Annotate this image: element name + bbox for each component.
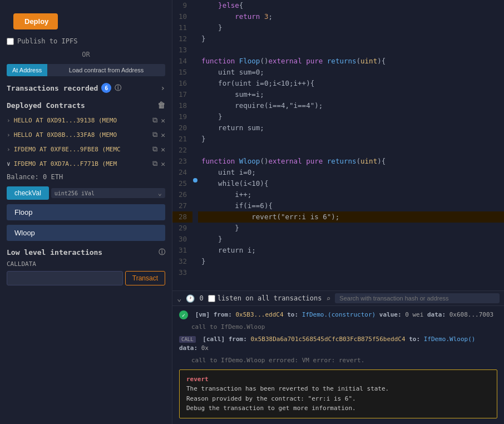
line-number: 14 [172,56,192,67]
code-line: 33 [172,267,504,278]
contract-name: IFDEMO AT 0XF8E...9FBE8 (MEMC [14,146,150,153]
deployed-contracts-label: Deployed Contracts [7,101,85,110]
line-number: 13 [172,45,192,56]
close-icon[interactable]: ✕ [161,131,165,139]
list-item: › IFDEMO AT 0XF8E...9FBE8 (MEMC ⧉ ✕ [0,142,172,156]
list-item: › HELLO AT 0XD91...39138 (MEMO ⧉ ✕ [0,113,172,127]
code-line: 11 } [172,22,504,33]
value-amount: 0 wei [405,311,423,318]
code-line: 22 [172,145,504,156]
console-toolbar: ⌄ 🕐 0 listen on all transactions ⌕ [172,291,504,306]
expand-arrow-icon[interactable]: › [7,146,11,153]
line-number: 12 [172,33,192,45]
expand-arrow-icon[interactable]: › [7,117,11,124]
copy-icon[interactable]: ⧉ [152,145,157,154]
code-line: 10 return 3; [172,11,504,22]
copy-icon[interactable]: ⧉ [152,116,157,125]
line-content: uint sum=0; [198,67,504,78]
chevron-right-icon[interactable]: › [161,83,165,92]
revert-keyword: revert [186,376,209,383]
list-item: › HELLO AT 0XD8B...33FA8 (MEMO ⧉ ✕ [0,127,172,142]
line-number: 9 [172,0,192,11]
load-contract-button[interactable]: Load contract from Address [47,64,165,76]
code-line: 26 i++; [172,189,504,200]
line-number: 16 [172,78,192,89]
line-number: 10 [172,11,192,22]
from-address: 0x5B38Da6a701c568545dCfcB03FcB875f56bedd… [250,336,405,343]
wloop-button[interactable]: Wloop [7,225,165,241]
to-address: IfDemo.Wloop() [424,336,476,343]
code-line: 15 uint sum=0; [172,67,504,78]
transact-button[interactable]: Transact [125,271,165,285]
line-content: uint i=0; [198,167,504,178]
line-content: function Wloop()external pure returns(ui… [198,156,504,167]
line-content: require(i==4,"i==4"); [198,100,504,111]
console-tx-count: 0 [199,294,203,302]
call-badge: CALL [179,336,196,343]
line-number: 18 [172,100,192,111]
checkval-input[interactable]: uint256 iVal ⌄ [51,188,165,198]
listen-checkbox[interactable] [208,295,215,302]
console-collapse-icon[interactable]: ⌄ [177,294,181,303]
line-content: } [198,33,504,45]
low-level-header: Low level interactions ⓘ [0,243,172,259]
line-number: 24 [172,167,192,178]
revert-line-1: revert [186,374,490,384]
line-content: sum+=i; [198,89,504,100]
line-number: 32 [172,256,192,267]
from-label: [vm] [195,311,210,318]
left-panel: Deploy Publish to IPFS OR At Address Loa… [0,0,172,424]
close-icon[interactable]: ✕ [161,116,165,125]
to-keyword: to: [409,336,424,343]
transactions-label: Transactions recorded [7,84,98,92]
code-line: 18 require(i==4,"i==4"); [172,100,504,111]
success-icon: ✓ [179,310,188,319]
line-number: 11 [172,22,192,33]
expand-arrow-icon[interactable]: › [7,131,11,139]
line-content: return 3; [198,11,504,22]
contract-name: HELLO AT 0XD8B...33FA8 (MEMO [14,131,150,139]
copy-icon[interactable]: ⧉ [152,159,157,168]
at-address-button[interactable]: At Address [7,64,47,76]
revert-box: revert The transaction has been reverted… [179,369,497,418]
expand-arrow-icon[interactable]: ∨ [7,160,11,167]
contract-name: IFDEMO AT 0XD7A...F771B (MEM [14,160,150,167]
console-message: CALL [call] from: 0x5B38Da6a701c568545dC… [172,333,504,356]
line-content: return i; [198,245,504,256]
publish-checkbox[interactable] [7,38,14,45]
line-content: i++; [198,189,504,200]
console-search-input[interactable] [335,293,500,303]
line-content: function Floop()external pure returns(ui… [198,56,504,67]
line-number: 26 [172,189,192,200]
line-number: 31 [172,245,192,256]
close-icon[interactable]: ✕ [161,160,165,168]
code-line: 23function Wloop()external pure returns(… [172,156,504,167]
line-content: } [198,111,504,122]
from-keyword: from: [229,336,251,343]
code-line: 30 } [172,234,504,245]
calldata-input[interactable] [7,271,123,285]
checkval-type-label: uint256 iVal [55,190,158,196]
publish-row: Publish to IPFS [7,37,165,45]
transactions-row: Transactions recorded 6 ⓘ › [0,78,172,97]
call-prefix: [call] [202,336,225,343]
trash-icon[interactable]: 🗑 [157,101,165,110]
data-value: 0x608...7003 [449,311,493,318]
code-line: 29 } [172,223,504,234]
publish-label: Publish to IPFS [17,37,77,45]
value-keyword: value: [379,311,405,318]
code-line: 17 sum+=i; [172,89,504,100]
line-number: 28 [172,211,192,223]
line-content: return sum; [198,122,504,134]
chevron-down-icon[interactable]: ⌄ [158,189,162,197]
console-message: ✓ [vm] from: 0x5B3...eddC4 to: IfDemo.(c… [172,308,504,322]
code-line: 21} [172,134,504,145]
copy-icon[interactable]: ⧉ [152,130,157,139]
floop-button[interactable]: Floop [7,204,165,220]
checkval-button[interactable]: checkVal [7,186,49,200]
console-sub-message: call to IfDemo.Wloop errored: VM error: … [172,356,504,366]
deploy-button[interactable]: Deploy [13,13,58,29]
line-number: 29 [172,223,192,234]
code-line: 14function Floop()external pure returns(… [172,56,504,67]
close-icon[interactable]: ✕ [161,145,165,154]
